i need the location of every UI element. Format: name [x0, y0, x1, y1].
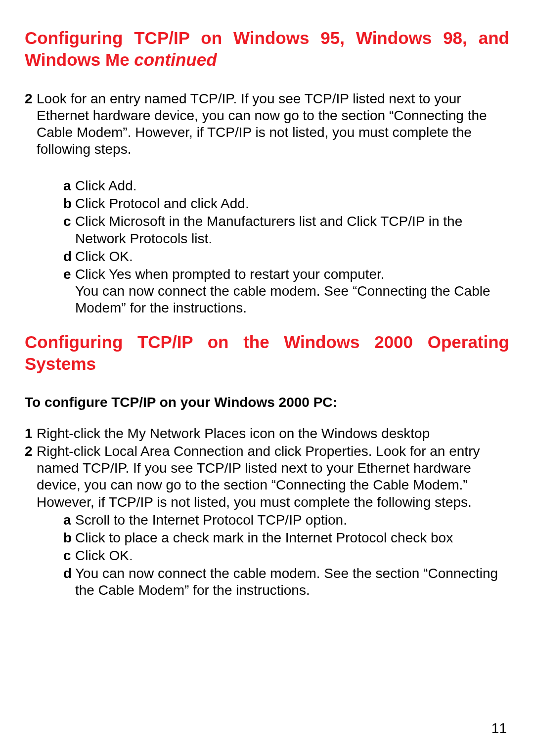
substep-letter: d — [63, 565, 75, 599]
list-item: c Click Microsoft in the Manufacturers l… — [63, 213, 509, 247]
substep-text-line2: You can now connect the cable modem. See… — [75, 283, 509, 316]
list-item: e Click Yes when prompted to restart you… — [63, 266, 509, 316]
substep-text: Click Protocol and click Add. — [75, 195, 509, 212]
substep-letter: c — [63, 547, 75, 564]
list-item: c Click OK. — [63, 547, 509, 564]
sub-list-b: a Scroll to the Internet Protocol TCP/IP… — [63, 512, 509, 599]
substep-letter: b — [63, 195, 75, 212]
list-item: a Scroll to the Internet Protocol TCP/IP… — [63, 512, 509, 529]
page-number: 11 — [491, 720, 507, 736]
substep-text: Click to place a check mark in the Inter… — [75, 530, 509, 546]
step-text: Right-click the My Network Places icon o… — [37, 425, 509, 442]
substep-text: Scroll to the Internet Protocol TCP/IP o… — [75, 512, 509, 529]
list-item: d Click OK. — [63, 248, 509, 265]
list-item: d You can now connect the cable modem. S… — [63, 565, 509, 599]
substep-letter: d — [63, 248, 75, 265]
substep-text: Click OK. — [75, 547, 509, 564]
list-item: b Click Protocol and click Add. — [63, 195, 509, 212]
list-item: 2 Right-click Local Area Connection and … — [25, 443, 509, 511]
step-number: 2 — [25, 443, 37, 511]
substep-text: Click Microsoft in the Manufacturers lis… — [75, 213, 509, 247]
list-item: 2 Look for an entry named TCP/IP. If you… — [25, 90, 509, 158]
substep-text-line1: Click Yes when prompted to restart your … — [75, 267, 385, 282]
substep-text: Click OK. — [75, 248, 509, 265]
step-text: Look for an entry named TCP/IP. If you s… — [37, 90, 509, 158]
substep-letter: a — [63, 512, 75, 529]
page-container: Configuring TCP/IP on Windows 95, Window… — [0, 0, 534, 756]
list-item: b Click to place a check mark in the Int… — [63, 530, 509, 546]
heading-win95: Configuring TCP/IP on Windows 95, Window… — [25, 27, 509, 71]
subheading-win2000: To configure TCP/IP on your Windows 2000… — [25, 395, 509, 410]
substep-text: You can now connect the cable modem. See… — [75, 565, 509, 599]
substep-letter: a — [63, 178, 75, 194]
step-number: 2 — [25, 90, 37, 158]
substep-letter: b — [63, 530, 75, 546]
heading-win95-main: Configuring TCP/IP on Windows 95, Window… — [25, 28, 509, 69]
substep-letter: e — [63, 266, 75, 316]
list-item: a Click Add. — [63, 178, 509, 194]
substep-text: Click Add. — [75, 178, 509, 194]
step-number: 1 — [25, 425, 37, 442]
substep-text: Click Yes when prompted to restart your … — [75, 266, 509, 316]
sub-list-a: a Click Add. b Click Protocol and click … — [63, 178, 509, 316]
heading-win2000: Configuring TCP/IP on the Windows 2000 O… — [25, 331, 509, 375]
substep-letter: c — [63, 213, 75, 247]
step-text: Right-click Local Area Connection and cl… — [37, 443, 509, 511]
list-item: 1 Right-click the My Network Places icon… — [25, 425, 509, 442]
heading-win95-continued: continued — [134, 50, 217, 69]
